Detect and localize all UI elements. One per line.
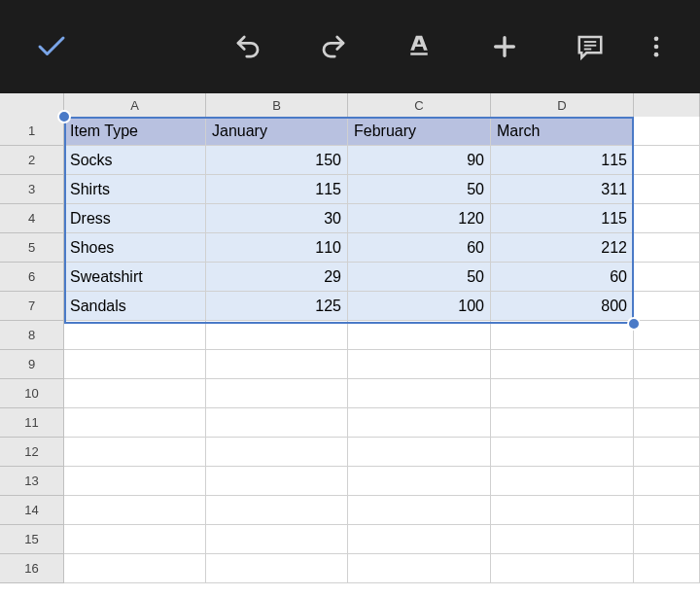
cell-a7[interactable]: Sandals (64, 292, 206, 321)
cell-c8[interactable] (348, 321, 491, 350)
cell-e16[interactable] (634, 554, 700, 583)
col-header-b[interactable]: B (206, 93, 348, 117)
cell-a12[interactable] (64, 438, 206, 467)
selection-handle-br[interactable] (627, 317, 641, 331)
cell-e12[interactable] (634, 438, 700, 467)
cell-d13[interactable] (491, 467, 634, 496)
cell-a10[interactable] (64, 379, 206, 408)
cell-d12[interactable] (491, 438, 634, 467)
cell-e14[interactable] (634, 496, 700, 525)
row-header[interactable]: 3 (0, 175, 64, 204)
redo-button[interactable] (313, 26, 354, 67)
cell-a13[interactable] (64, 467, 206, 496)
cell-d6[interactable]: 60 (491, 263, 634, 292)
row-header[interactable]: 7 (0, 292, 64, 321)
row-header[interactable]: 1 (0, 117, 64, 146)
row-header[interactable]: 16 (0, 554, 64, 583)
format-button[interactable] (399, 26, 439, 67)
selection-handle-tl[interactable] (57, 110, 71, 123)
row-header[interactable]: 6 (0, 263, 64, 292)
cell-c14[interactable] (348, 496, 491, 525)
row-header[interactable]: 10 (0, 379, 64, 408)
cell-b15[interactable] (206, 525, 348, 554)
cell-d16[interactable] (491, 554, 634, 583)
col-header-c[interactable]: C (348, 93, 491, 117)
cell-b2[interactable]: 150 (206, 146, 348, 175)
cell-d2[interactable]: 115 (491, 146, 634, 175)
cell-a1[interactable]: Item Type (64, 117, 206, 146)
cell-b12[interactable] (206, 438, 348, 467)
corner-cell[interactable] (0, 93, 64, 117)
cell-c2[interactable]: 90 (348, 146, 491, 175)
cell-e6[interactable] (634, 263, 700, 292)
col-header-e[interactable] (634, 93, 700, 117)
cell-a8[interactable] (64, 321, 206, 350)
row-header[interactable]: 4 (0, 204, 64, 233)
cell-c13[interactable] (348, 467, 491, 496)
confirm-button[interactable] (31, 26, 72, 67)
cell-d10[interactable] (491, 379, 634, 408)
cell-e15[interactable] (634, 525, 700, 554)
cell-a11[interactable] (64, 408, 206, 438)
cell-e5[interactable] (634, 233, 700, 263)
cell-d14[interactable] (491, 496, 634, 525)
cell-b13[interactable] (206, 467, 348, 496)
comment-button[interactable] (570, 26, 611, 67)
cell-e1[interactable] (634, 117, 700, 146)
row-header[interactable]: 15 (0, 525, 64, 554)
cell-a15[interactable] (64, 525, 206, 554)
cell-d8[interactable] (491, 321, 634, 350)
cell-d5[interactable]: 212 (491, 233, 634, 263)
row-header[interactable]: 12 (0, 438, 64, 467)
cell-a6[interactable]: Sweatshirt (64, 263, 206, 292)
cell-a14[interactable] (64, 496, 206, 525)
cell-e4[interactable] (634, 204, 700, 233)
cell-e2[interactable] (634, 146, 700, 175)
col-header-a[interactable]: A (64, 93, 206, 117)
cell-c6[interactable]: 50 (348, 263, 491, 292)
cell-d9[interactable] (491, 350, 634, 379)
cell-d11[interactable] (491, 408, 634, 438)
cell-b8[interactable] (206, 321, 348, 350)
cell-c16[interactable] (348, 554, 491, 583)
cell-d1[interactable]: March (491, 117, 634, 146)
cell-c3[interactable]: 50 (348, 175, 491, 204)
spreadsheet[interactable]: A B C D 1 Item Type January February Mar… (0, 93, 700, 583)
cell-c1[interactable]: February (348, 117, 491, 146)
cell-b10[interactable] (206, 379, 348, 408)
cell-d3[interactable]: 311 (491, 175, 634, 204)
cell-d4[interactable]: 115 (491, 204, 634, 233)
row-header[interactable]: 8 (0, 321, 64, 350)
row-header[interactable]: 14 (0, 496, 64, 525)
cell-c11[interactable] (348, 408, 491, 438)
cell-a3[interactable]: Shirts (64, 175, 206, 204)
row-header[interactable]: 5 (0, 233, 64, 263)
row-header[interactable]: 9 (0, 350, 64, 379)
row-header[interactable]: 11 (0, 408, 64, 438)
cell-b5[interactable]: 110 (206, 233, 348, 263)
cell-d15[interactable] (491, 525, 634, 554)
cell-c10[interactable] (348, 379, 491, 408)
row-header[interactable]: 2 (0, 146, 64, 175)
cell-a4[interactable]: Dress (64, 204, 206, 233)
cell-b6[interactable]: 29 (206, 263, 348, 292)
cell-a2[interactable]: Socks (64, 146, 206, 175)
cell-c15[interactable] (348, 525, 491, 554)
cell-c9[interactable] (348, 350, 491, 379)
cell-b14[interactable] (206, 496, 348, 525)
row-header[interactable]: 13 (0, 467, 64, 496)
cell-b16[interactable] (206, 554, 348, 583)
cell-a9[interactable] (64, 350, 206, 379)
cell-e3[interactable] (634, 175, 700, 204)
cell-b3[interactable]: 115 (206, 175, 348, 204)
cell-e11[interactable] (634, 408, 700, 438)
cell-b9[interactable] (206, 350, 348, 379)
cell-c5[interactable]: 60 (348, 233, 491, 263)
cell-e10[interactable] (634, 379, 700, 408)
cell-c4[interactable]: 120 (348, 204, 491, 233)
cell-e8[interactable] (634, 321, 700, 350)
cell-b7[interactable]: 125 (206, 292, 348, 321)
cell-b1[interactable]: January (206, 117, 348, 146)
cell-b11[interactable] (206, 408, 348, 438)
cell-c12[interactable] (348, 438, 491, 467)
